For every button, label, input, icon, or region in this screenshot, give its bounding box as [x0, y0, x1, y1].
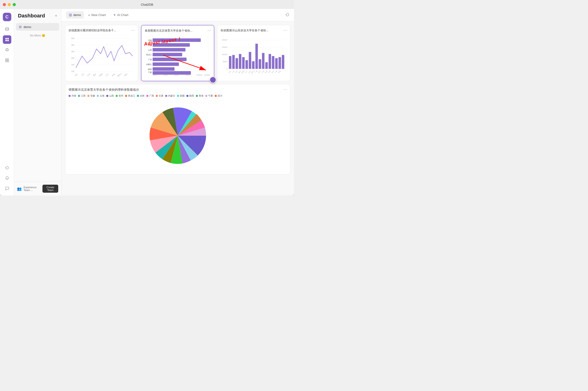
svg-text:云南: 云南: [261, 70, 264, 74]
create-team-button[interactable]: Create Team: [42, 185, 58, 193]
svg-text:天津: 天津: [235, 70, 238, 74]
legend-guizhou: 贵州: [116, 94, 123, 98]
legend-heilongjiang-label: 黑龙江: [128, 94, 135, 98]
svg-rect-44: [153, 53, 182, 56]
svg-text:500: 500: [71, 37, 74, 40]
ai-chart-star-icon: ✦: [113, 13, 116, 17]
tab-new-chart[interactable]: + New Chart: [85, 11, 109, 18]
new-chart-plus-icon: +: [88, 13, 90, 17]
sidebar-no-more: No More 🙁: [14, 31, 61, 40]
tab-demo[interactable]: ⊞ demo: [66, 11, 84, 19]
svg-rect-10: [5, 61, 7, 62]
svg-rect-83: [282, 55, 284, 69]
sidebar-item-demo[interactable]: ⊞ demo: [16, 23, 59, 31]
legend-shanxi: 山西: [106, 94, 114, 98]
svg-rect-46: [153, 62, 179, 66]
tab-home-icon: ⊞: [69, 13, 72, 17]
legend-ningxia-label: 宁夏: [208, 94, 213, 98]
hbar-chart-menu[interactable]: ⋯: [207, 28, 211, 33]
svg-text:陕西: 陕西: [148, 68, 152, 70]
svg-text:广西: 广西: [255, 70, 258, 73]
refresh-button[interactable]: [286, 13, 289, 17]
tab-home-label: demo: [73, 13, 81, 17]
svg-text:辽宁: 辽宁: [245, 70, 248, 73]
legend-anhui: 安徽: [87, 94, 95, 98]
svg-rect-1: [5, 38, 7, 39]
extensions-icon[interactable]: [3, 56, 11, 65]
pie-chart-card: 饼图展示北京体育大学在各个省份的理科录取最低分 ⋯ 河南 江西: [65, 84, 290, 175]
svg-text:150000: 150000: [222, 46, 227, 48]
maximize-button[interactable]: [13, 3, 16, 6]
svg-text:辽宁: 辽宁: [105, 73, 109, 77]
legend-jiangxi-label: 江西: [81, 94, 86, 98]
ai-icon[interactable]: [3, 46, 11, 54]
svg-text:山西: 山西: [148, 49, 152, 51]
sidebar-footer: 👥 Experience Team ... Create Team: [14, 182, 61, 196]
svg-rect-43: [153, 48, 185, 52]
svg-text:黑龙江: 黑龙江: [117, 73, 122, 77]
svg-text:广西: 广西: [148, 59, 152, 61]
ai-chart-label: AI Chart: [117, 13, 129, 17]
svg-rect-4: [7, 40, 9, 41]
legend-guangxi: 广西: [147, 94, 154, 98]
svg-rect-77: [262, 53, 265, 69]
svg-text:黑龙江: 黑龙江: [146, 54, 152, 56]
titlebar: Chat2DB: [0, 0, 294, 9]
rail-bottom: [3, 164, 11, 193]
hbar-chart: 河南 安徽 山西 黑龙江 广西 内蒙古 陕西 宁夏: [145, 35, 210, 78]
legend-sichuan: 四川: [215, 94, 222, 98]
legend-jilin-label: 吉林: [140, 94, 145, 98]
pie-legend: 河南 江西 安徽 云南: [69, 94, 287, 98]
dashboard-icon[interactable]: [3, 35, 11, 44]
svg-text:20000: 20000: [153, 74, 157, 76]
line-chart-menu[interactable]: ⋯: [131, 28, 135, 32]
pie-chart-menu[interactable]: ⋯: [283, 87, 287, 92]
minimize-button[interactable]: [8, 3, 11, 6]
col-chart-title: 柱状图展示山东农业大学在各个省份...: [221, 28, 287, 32]
svg-text:北京: 北京: [75, 73, 78, 77]
hbar-chart-title: 条形图展示北京体育大学在各个省份...: [145, 29, 210, 33]
svg-text:甘肃: 甘肃: [268, 70, 271, 74]
svg-point-7: [7, 50, 8, 50]
svg-rect-2: [7, 38, 9, 39]
charts-area: 折线图展示重庆财经职业学院在各个... ⋯ 500 450 400 350 30…: [61, 21, 294, 196]
svg-rect-41: [153, 38, 201, 42]
pie-chart-visual: [69, 100, 287, 171]
drag-handle[interactable]: [210, 77, 216, 83]
team-icon: 👥: [17, 187, 22, 191]
charts-row-1: 折线图展示重庆财经职业学院在各个... ⋯ 500 450 400 350 30…: [65, 25, 290, 81]
legend-anhui-label: 安徽: [90, 94, 95, 98]
chat-icon[interactable]: [3, 184, 11, 193]
sidebar-add-button[interactable]: +: [55, 13, 57, 18]
hbar-chart-card: 条形图展示北京体育大学在各个省份... ⋯ 河南 安徽 山西 黑龙江 广西 内蒙…: [141, 25, 214, 81]
tab-ai-chart[interactable]: ✦ AI Chart: [110, 12, 132, 18]
svg-rect-76: [259, 59, 261, 69]
svg-rect-47: [153, 67, 175, 71]
bell-icon[interactable]: [3, 174, 11, 182]
window-title: Chat2DB: [141, 3, 153, 6]
svg-rect-73: [249, 52, 251, 69]
legend-neimenggu: 内蒙古: [165, 94, 175, 98]
legend-guizhou-label: 贵州: [119, 94, 123, 98]
svg-text:250: 250: [71, 70, 74, 73]
svg-text:0: 0: [226, 68, 227, 70]
svg-text:50000: 50000: [223, 61, 227, 62]
close-button[interactable]: [3, 3, 6, 6]
svg-text:200000: 200000: [222, 39, 227, 41]
svg-text:内蒙古: 内蒙古: [99, 73, 103, 77]
col-chart-menu[interactable]: ⋯: [283, 28, 287, 32]
svg-rect-75: [255, 44, 258, 69]
svg-text:安徽: 安徽: [148, 44, 152, 46]
database-icon[interactable]: [3, 25, 11, 33]
svg-rect-69: [236, 58, 238, 69]
new-chart-label: New Chart: [91, 13, 106, 17]
sidebar-header: Dashboard +: [14, 9, 61, 23]
svg-rect-80: [272, 56, 275, 69]
col-chart: 200000 150000 100000 50000 0: [221, 35, 287, 77]
svg-text:内蒙古: 内蒙古: [146, 63, 152, 66]
col-chart-card: 柱状图展示山东农业大学在各个省份... ⋯ 200000 150000 1000…: [217, 25, 290, 81]
svg-text:400: 400: [71, 50, 74, 53]
traffic-lights: [3, 3, 16, 6]
svg-text:黑龙江: 黑龙江: [251, 70, 255, 74]
history-icon[interactable]: [3, 164, 11, 172]
